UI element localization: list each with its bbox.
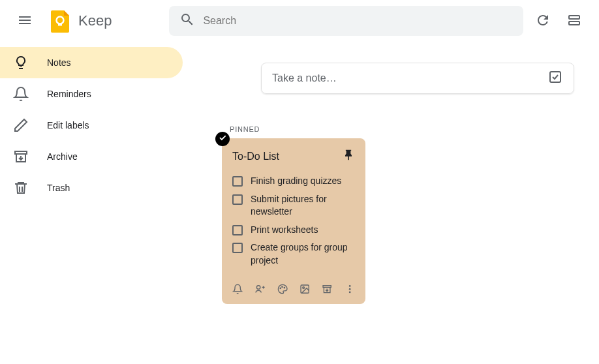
sidebar-item-label: Reminders [47,89,91,99]
checkbox-icon[interactable] [232,194,243,205]
bell-icon [13,86,29,102]
header: Keep [0,0,599,42]
list-view-icon [566,12,582,30]
sidebar-item-trash[interactable]: Trash [0,172,183,204]
checklist-item[interactable]: Submit pictures for newsletter [232,190,355,221]
svg-rect-5 [550,72,561,82]
svg-point-8 [281,286,282,287]
sidebar-item-reminders[interactable]: Reminders [0,78,183,110]
keep-logo-icon [47,8,73,34]
checklist-item[interactable]: Print worksheets [232,221,355,239]
pin-icon[interactable] [342,149,355,164]
remind-me-button[interactable] [232,283,243,296]
sidebar-item-notes[interactable]: Notes [0,47,183,78]
checkbox-icon[interactable] [232,176,243,187]
more-button[interactable] [345,283,355,296]
header-actions [529,7,589,35]
checklist: Finish grading quizzes Submit pictures f… [232,172,355,270]
take-note-bar[interactable]: Take a note… [261,63,574,94]
checkbox-icon[interactable] [232,243,243,253]
svg-point-15 [348,292,350,294]
checklist-item-text: Print worksheets [251,224,318,237]
take-note-placeholder: Take a note… [272,72,337,84]
note-card[interactable]: To-Do List Finish grading quizzes Submit… [222,138,365,304]
sidebar-item-label: Edit labels [47,120,89,130]
svg-point-13 [348,285,350,287]
note-title: To-Do List [232,151,279,162]
new-list-icon[interactable] [547,69,563,87]
add-image-button[interactable] [300,283,310,296]
checklist-item-text: Finish grading quizzes [251,175,341,188]
svg-rect-3 [569,22,579,25]
note-title-row: To-Do List [232,149,355,164]
sidebar-item-label: Trash [47,183,70,193]
main-menu-button[interactable] [10,7,39,35]
svg-rect-1 [58,24,62,26]
pencil-icon [13,117,29,133]
svg-point-9 [284,288,284,288]
background-options-button[interactable] [277,283,288,296]
svg-rect-4 [15,151,27,154]
sidebar-item-edit-labels[interactable]: Edit labels [0,110,183,141]
checklist-item[interactable]: Finish grading quizzes [232,172,355,190]
sidebar-item-label: Archive [47,151,78,162]
svg-point-11 [303,287,305,289]
sidebar-item-label: Notes [47,57,71,68]
main-content: Take a note… Pinned To-Do List Finish gr… [183,42,599,364]
checklist-item-text: Submit pictures for newsletter [251,193,355,219]
note-toolbar [232,281,355,299]
search-icon [179,12,195,30]
search-input[interactable] [203,15,513,27]
trash-icon [13,180,29,196]
lightbulb-icon [13,55,29,70]
checklist-item-text: Create groups for group project [251,241,355,267]
svg-rect-12 [323,286,331,288]
hamburger-icon [17,12,33,30]
archive-note-button[interactable] [322,283,332,296]
refresh-icon [535,12,551,30]
svg-point-14 [348,288,350,290]
check-icon [218,133,227,145]
archive-icon [13,149,29,164]
sidebar-item-archive[interactable]: Archive [0,141,183,172]
logo[interactable]: Keep [47,8,112,34]
note-select-badge[interactable] [215,132,230,146]
checkbox-icon[interactable] [232,225,243,235]
refresh-button[interactable] [529,7,557,35]
view-toggle-button[interactable] [560,7,589,35]
app-name: Keep [78,12,112,29]
pinned-section-label: Pinned [230,125,599,133]
body: Notes Reminders Edit labels Archive Tras… [0,42,599,364]
collaborator-button[interactable] [254,283,265,296]
svg-point-7 [280,288,281,289]
checklist-item[interactable]: Create groups for group project [232,239,355,269]
sidebar: Notes Reminders Edit labels Archive Tras… [0,42,183,364]
search-bar[interactable] [169,6,523,36]
svg-point-6 [257,286,260,289]
svg-rect-2 [569,16,579,19]
